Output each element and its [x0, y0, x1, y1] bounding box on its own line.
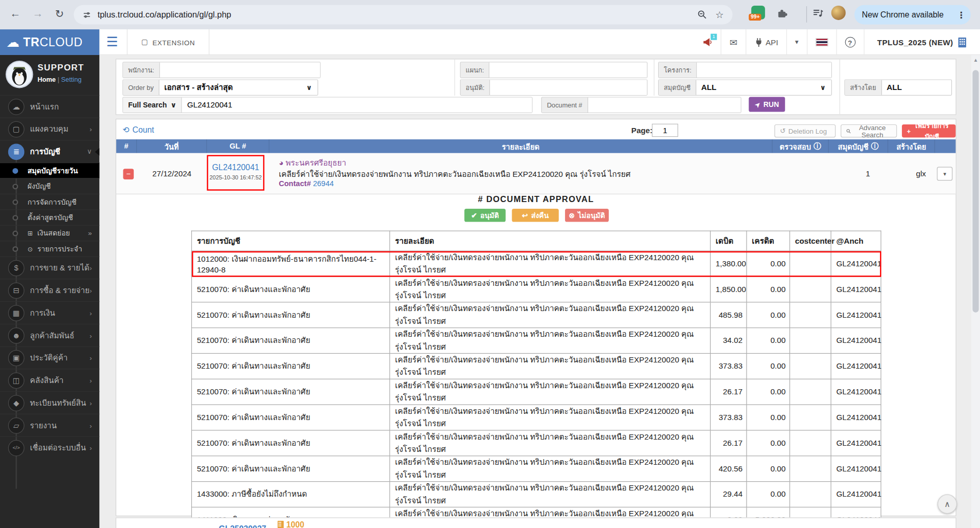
gl-number-annotation	[207, 155, 264, 190]
department-input[interactable]	[489, 63, 647, 78]
next-gl-link[interactable]: GL25030027	[219, 524, 266, 528]
back-icon[interactable]: ←	[10, 8, 21, 20]
scrollbar-thumb[interactable]	[972, 70, 978, 313]
site-settings-icon[interactable]	[82, 10, 91, 19]
bullet-icon	[12, 230, 18, 236]
add-entry-button[interactable]: + เพิ่มรายการบัญชี	[902, 124, 956, 138]
hamburger-menu-icon[interactable]: ☰	[106, 34, 118, 49]
zoom-out-icon[interactable]	[697, 10, 706, 19]
thai-flag-icon[interactable]	[815, 38, 828, 46]
sidebar-item-account-formula[interactable]: ตั้งค่าสูตรบัญชี	[0, 209, 99, 225]
sidebar-item-chart-of-accounts[interactable]: ผังบัญชี	[0, 178, 99, 193]
info-icon[interactable]: ⓘ	[871, 141, 879, 152]
approver-input[interactable]	[490, 80, 647, 95]
debit-cell: 1,850.00	[711, 277, 747, 302]
employee-field[interactable]: พนักงาน:	[122, 62, 320, 78]
home-link[interactable]: Home	[38, 76, 56, 83]
department-field[interactable]: แผนก:	[460, 62, 648, 78]
select-chevron-icon: ∨	[306, 80, 318, 95]
orderby-select[interactable]: Order by เอกสาร - สร้างล่าสุด ∨	[122, 79, 318, 96]
scrollbar-up-arrow[interactable]: ▲	[973, 58, 978, 63]
count-link[interactable]: ⟲ Count	[122, 125, 154, 134]
province-line: ◕ พระนครศรีอยุธยา	[279, 157, 346, 169]
anchor-cell: GL24120041	[831, 456, 881, 482]
anchor-cell: GL24120041	[831, 277, 881, 302]
approver-field[interactable]: อนุมัติ:	[460, 79, 648, 96]
trcloud-logo[interactable]: ☁ TRCLOUD	[0, 29, 99, 55]
project-input[interactable]	[697, 63, 831, 78]
forward-icon[interactable]: →	[32, 8, 43, 20]
help-icon[interactable]: ?	[845, 37, 856, 48]
announcement-icon[interactable]: 1	[703, 38, 713, 47]
gl-table-row[interactable]: − 27/12/2024 GL24120041 2025-10-30 16:47…	[116, 153, 956, 194]
employee-input[interactable]	[160, 63, 320, 78]
extension-99-icon[interactable]: 99+	[751, 6, 765, 20]
contact-link[interactable]: 26944	[313, 179, 334, 188]
plug-icon[interactable]	[754, 38, 763, 47]
reading-list-icon[interactable]	[812, 8, 823, 18]
run-button[interactable]: ➤ RUN	[749, 97, 785, 112]
full-search-input[interactable]	[182, 98, 532, 113]
api-label[interactable]: API	[766, 38, 778, 47]
account-cell: 5210070: ค่าเดินทางและพักอาศัย	[192, 353, 390, 379]
page-input[interactable]	[652, 124, 678, 137]
refresh-icon[interactable]: ↻	[55, 8, 64, 21]
full-search-select[interactable]: Full Search ∨	[123, 98, 182, 113]
company-building-icon[interactable]	[958, 37, 967, 47]
scroll-top-button[interactable]: ∧	[937, 495, 957, 514]
sidebar-item-partner-history[interactable]: ▣ ประวัติคู่ค้า ›	[0, 346, 99, 369]
extensions-puzzle-icon[interactable]	[777, 8, 788, 19]
sidebar-item-recurring[interactable]: ⊙ รายการประจำ	[0, 241, 99, 256]
sidebar-item-accounting[interactable]: ≣ การบัญชี ∨	[0, 140, 99, 162]
header-caret-icon[interactable]: ▾	[795, 38, 798, 46]
sidebar-item-petty-cash[interactable]: ⊞ เงินสดย่อย »	[0, 225, 99, 241]
createdby-select[interactable]: สร้างโดย ALL	[844, 79, 952, 96]
user-avatar[interactable]	[6, 61, 33, 88]
sidebar-item-home[interactable]: ☁ หน้าแรก	[0, 95, 99, 118]
full-search-field[interactable]: Full Search ∨	[122, 97, 532, 113]
document-number-input[interactable]	[588, 98, 740, 113]
book-select[interactable]: สมุดบัญชี ALL ∨	[658, 79, 832, 96]
deletion-log-button[interactable]: ↺ Deletion Log	[774, 124, 836, 138]
detail-table-row: 1433000: ภาษีซื้อยังไม่ถึงกำหนด เคลียร์ค…	[192, 482, 881, 507]
page-label: Page:	[631, 126, 652, 135]
scrollbar[interactable]: ▲	[971, 55, 980, 528]
row-actions-dropdown[interactable]: ▾	[937, 167, 952, 181]
browser-menu-icon[interactable]: ⋮	[957, 10, 966, 20]
credit-cell: 0.00	[747, 277, 790, 302]
sidebar-item-account-management[interactable]: การจัดการบัญชี	[0, 194, 99, 209]
next-gl-row[interactable]: GL25030027 1000	[116, 518, 956, 528]
chevron-right-icon: ›	[89, 309, 92, 317]
profile-avatar[interactable]	[831, 6, 846, 20]
bookmark-star-icon[interactable]: ☆	[715, 9, 723, 21]
advance-search-button[interactable]: Advance Search	[841, 124, 897, 138]
info-icon[interactable]: ⓘ	[813, 141, 821, 152]
approve-button[interactable]: ✔ อนุมัติ	[464, 209, 505, 222]
setting-link[interactable]: Setting	[61, 76, 82, 83]
sidebar-item-crm[interactable]: ☻ ลูกค้าสัมพันธ์ ›	[0, 324, 99, 347]
sidebar-item-integrations[interactable]: </> เชื่อมต่อระบบอื่น ›	[0, 436, 99, 459]
check-icon: ✔	[471, 211, 477, 220]
code-icon: </>	[8, 440, 25, 456]
document-number-field[interactable]: Document #	[541, 97, 741, 113]
sidebar-item-finance[interactable]: ▦ การเงิน ›	[0, 301, 99, 324]
mail-icon[interactable]: ✉	[730, 37, 737, 48]
project-field[interactable]: โครงการ:	[658, 62, 832, 78]
sidebar-item-dashboard[interactable]: ▢ แผงควบคุม ›	[0, 118, 99, 140]
collapse-row-button[interactable]: −	[123, 169, 134, 179]
extension-tab[interactable]: ▢ EXTENSION	[127, 29, 209, 55]
browser-toolbar: ← → ↻ tplus.trcloud.co/application/gl/gl…	[0, 0, 980, 29]
sidebar-item-sales[interactable]: $ การขาย & รายได้ ›	[0, 256, 99, 279]
sidebar-item-inventory[interactable]: ◫ คลังสินค้า ›	[0, 369, 99, 391]
sidebar-item-assets[interactable]: ◆ ทะเบียนทรัพย์สิน ›	[0, 391, 99, 414]
tenant-label[interactable]: TPLUS_2025 (NEW)	[877, 38, 953, 47]
chevron-right-icon: ›	[89, 332, 92, 339]
sidebar-item-purchases[interactable]: ⊟ การซื้อ & รายจ่าย ›	[0, 279, 99, 301]
reject-button[interactable]: ⊗ ไม่อนุมัติ	[565, 209, 609, 222]
address-bar[interactable]: tplus.trcloud.co/application/gl/gl.php ☆	[74, 5, 732, 25]
anchor-cell: GL24120041	[831, 251, 881, 277]
return-button[interactable]: ↩ ส่งคืน	[512, 209, 559, 222]
sidebar-item-reports[interactable]: ▱ รายงาน ›	[0, 414, 99, 436]
sidebar-item-daily-journal[interactable]: สมุดบัญชีรายวัน	[0, 162, 99, 178]
chrome-update-button[interactable]: New Chrome available ⋮	[855, 5, 971, 25]
